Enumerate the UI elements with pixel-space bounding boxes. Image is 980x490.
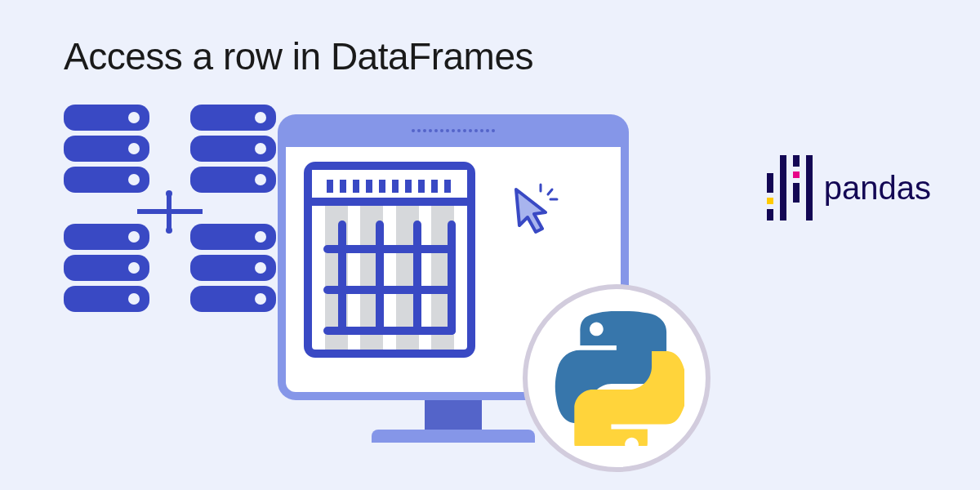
python-logo-badge: [523, 284, 710, 472]
server-cluster-icon: [64, 105, 276, 317]
pandas-logo: pandas: [767, 155, 931, 220]
data-grid-icon: [304, 162, 475, 358]
pandas-logo-icon: [767, 155, 813, 220]
python-logo-icon: [550, 311, 684, 446]
page-title: Access a row in DataFrames: [64, 34, 533, 78]
pandas-label: pandas: [824, 170, 931, 207]
cursor-click-icon: [506, 180, 564, 237]
svg-line-1: [548, 189, 552, 194]
